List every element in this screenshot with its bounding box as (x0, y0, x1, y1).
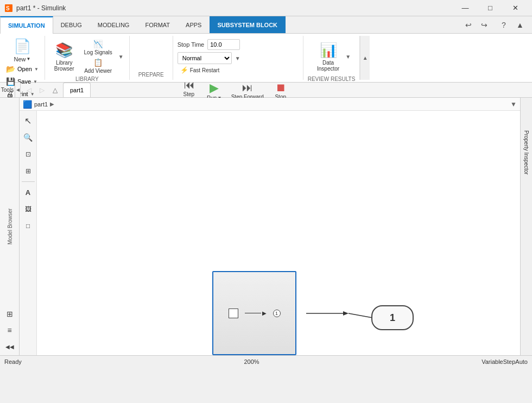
window-title: part1 * - Simulink (16, 4, 453, 12)
add-viewer-button[interactable]: 📋 Add Viewer (80, 57, 116, 74)
review-group-content: 📊 DataInspector ▼ (312, 38, 351, 75)
model-browser-label: Model Browser (7, 209, 12, 245)
up-button[interactable]: △ (49, 84, 61, 96)
add-viewer-label: Add Viewer (84, 68, 112, 74)
data-inspector-icon: 📊 (320, 42, 337, 59)
ribbon-group-review: 📊 DataInspector ▼ REVIEW RESULTS (303, 36, 360, 80)
solver-text: VariableStepAuto (482, 358, 528, 365)
main-area: Model Browser ⊞ ≡ ◀◀ 🟦 part1 ▶ ▼ ↖ 🔍 ⊡ ⊞ (0, 98, 532, 355)
ribbon-group-file: 📄 New▼ 📂 Open ▼ 💾 Save ▼ (0, 36, 45, 80)
fast-restart-icon: ⚡ (180, 66, 188, 74)
stop-time-input[interactable] (207, 39, 240, 50)
tool-list-btn[interactable]: ≡ (2, 323, 17, 338)
fit-tool[interactable]: ⊡ (21, 147, 36, 162)
image-tool[interactable]: 🖼 (21, 202, 36, 217)
fast-restart-button[interactable]: ⚡ Fast Restart (178, 65, 222, 75)
sidebar-toggle-icon: ◀ (16, 87, 20, 92)
svg-line-3 (349, 313, 372, 318)
tab-modeling[interactable]: MODELING (90, 16, 138, 33)
library-group-content: 📚 LibraryBrowser 📉 Log Signals 📋 Add Vie… (49, 38, 125, 75)
left-sidebar: Model Browser ⊞ ≡ ◀◀ (0, 98, 20, 355)
subsystem-inner: ▶ 1 (229, 308, 281, 318)
expand-ribbon-button[interactable]: ▲ (512, 17, 528, 33)
model-path-bar: 🟦 part1 ▶ ▼ (20, 98, 520, 111)
library-small-btns: 📉 Log Signals 📋 Add Viewer (80, 39, 116, 74)
text-tool[interactable]: A (21, 185, 36, 200)
simulate-top-content: Stop Time Normal Accelerator Rapid Accel… (178, 38, 299, 104)
mode-row: Normal Accelerator Rapid Accelerator ▼ (178, 52, 240, 64)
redo-button[interactable]: ↪ (477, 17, 492, 33)
ribbon-tabs: SIMULATION DEBUG MODELING FORMAT APPS SU… (0, 16, 532, 34)
status-text: Ready (4, 358, 22, 365)
run-icon: ▶ (210, 81, 219, 95)
arrow-head (343, 311, 349, 316)
step-back-icon: ⏮ (184, 79, 195, 91)
help-group: ? ▲ (494, 17, 530, 33)
display-value: 1 (390, 312, 395, 324)
forward-button[interactable]: ▷ (36, 84, 48, 96)
back-button[interactable]: ◁ (23, 84, 35, 96)
zoom-in-tool[interactable]: 🔍 (21, 130, 36, 145)
prepare-group-label: PREPARE (138, 72, 164, 78)
pointer-tool[interactable]: ↖ (21, 113, 36, 128)
rect-tool[interactable]: □ (21, 218, 36, 234)
window-controls: — □ ✕ (453, 0, 528, 16)
ribbon-group-library: 📚 LibraryBrowser 📉 Log Signals 📋 Add Vie… (45, 36, 130, 80)
nav-buttons: ◁ ▷ △ (21, 84, 63, 96)
new-button[interactable]: 📄 New▼ (9, 37, 36, 63)
internal-wire (245, 313, 261, 314)
svg-text:S: S (6, 5, 10, 11)
undo-button[interactable]: ↩ (461, 17, 476, 33)
model-path-arrow: ▶ (50, 101, 54, 107)
tab-format[interactable]: FORMAT (137, 16, 178, 33)
fit-selection-tool[interactable]: ⊞ (21, 163, 36, 179)
tool-collapse-btn[interactable]: ◀◀ (2, 339, 17, 354)
log-signals-label: Log Signals (84, 49, 112, 55)
simulation-mode-select[interactable]: Normal Accelerator Rapid Accelerator (178, 52, 232, 64)
mode-dropdown-arrow[interactable]: ▼ (235, 55, 240, 61)
review-group-label: REVIEW RESULTS (308, 76, 356, 82)
canvas-tools: ↖ 🔍 ⊡ ⊞ A 🖼 □ (20, 111, 37, 355)
property-inspector-label[interactable]: Property Inspector (523, 130, 529, 175)
log-signals-button[interactable]: 📉 Log Signals (80, 39, 116, 56)
tool-grid-btn[interactable]: ⊞ (2, 306, 17, 322)
maximize-button[interactable]: □ (478, 0, 503, 16)
title-bar: S part1 * - Simulink — □ ✕ (0, 0, 532, 16)
library-group-label: LIBRARY (75, 76, 99, 82)
step-forward-icon: ⏭ (242, 81, 253, 94)
breadcrumb-tab[interactable]: part1 (63, 83, 91, 97)
tab-simulation[interactable]: SIMULATION (0, 16, 53, 34)
library-browser-label: LibraryBrowser (54, 60, 74, 72)
help-button[interactable]: ? (496, 17, 511, 33)
ribbon-group-simulate: Stop Time Normal Accelerator Rapid Accel… (173, 36, 303, 80)
sidebar-toggle-btn[interactable]: ◀ (15, 83, 21, 97)
subsystem-wire: ▶ (245, 310, 267, 316)
subsystem-block[interactable]: ▶ 1 Subsystem (212, 271, 296, 355)
stop-icon: ⏹ (275, 81, 286, 94)
library-browser-button[interactable]: 📚 LibraryBrowser (49, 38, 79, 75)
log-signals-icon: 📉 (93, 40, 103, 48)
tab-subsystem-block[interactable]: SUBSYSTEM BLOCK (210, 16, 286, 33)
close-button[interactable]: ✕ (503, 0, 528, 16)
canvas-workspace[interactable]: ↖ 🔍 ⊡ ⊞ A 🖼 □ ▶ 1 Subsyst (20, 111, 520, 355)
open-button[interactable]: 📂 Open ▼ (2, 63, 42, 75)
data-inspector-label: DataInspector (317, 60, 339, 72)
subsystem-outport: 1 (273, 310, 281, 317)
tab-apps[interactable]: APPS (178, 16, 210, 33)
ribbon-collapse-btn[interactable]: ▲ (360, 36, 370, 80)
review-expand-btn[interactable]: ▼ (345, 54, 351, 60)
minimize-button[interactable]: — (453, 0, 478, 16)
app-icon: S (4, 4, 13, 12)
model-icon: 🟦 (23, 100, 32, 109)
add-viewer-icon: 📋 (93, 58, 103, 67)
tab-debug[interactable]: DEBUG (53, 16, 90, 33)
stop-time-row: Stop Time (178, 38, 240, 51)
tool-buttons-bottom: ⊞ ≡ ◀◀ (2, 306, 17, 354)
model-path-expand-btn[interactable]: ▼ (510, 100, 517, 108)
arrow-tip: ▶ (262, 310, 267, 316)
tools-label: Tools (0, 83, 15, 97)
display-block[interactable]: 1 (371, 305, 414, 330)
status-bar: Ready 200% VariableStepAuto (0, 355, 532, 367)
data-inspector-button[interactable]: 📊 DataInspector (312, 38, 344, 75)
library-expand-btn[interactable]: ▼ (117, 53, 125, 61)
